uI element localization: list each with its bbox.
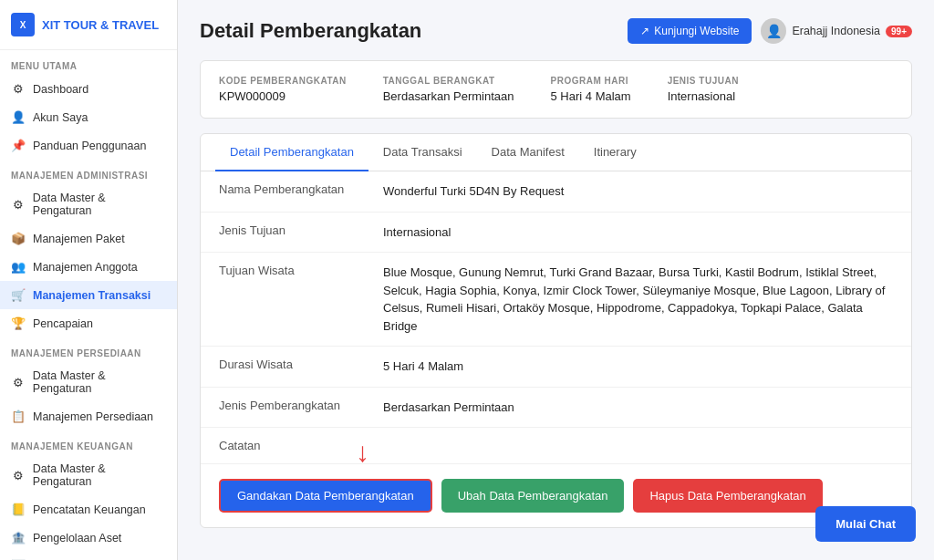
main-content: Detail Pemberangkatan ↗ Kunjungi Website… bbox=[178, 0, 934, 560]
tanggal-label: TANGGAL BERANGKAT bbox=[383, 76, 514, 86]
value-durasi-wisata: 5 Hari 4 Malam bbox=[383, 358, 893, 376]
row-catatan: Catatan bbox=[201, 428, 911, 463]
sidebar-item-pengelolaan-aset[interactable]: 🏦 Pengelolaan Aset bbox=[0, 524, 177, 552]
keuangan-icon: 📒 bbox=[11, 503, 26, 516]
jenis-label: JENIS TUJUAN bbox=[668, 76, 739, 86]
paket-icon: 📦 bbox=[11, 232, 26, 245]
sidebar-item-label: Panduan Penggunaan bbox=[33, 140, 146, 152]
value-tujuan-wisata: Blue Mosque, Gunung Nemrut, Turki Grand … bbox=[383, 264, 893, 335]
tab-data-transaksi[interactable]: Data Transaksi bbox=[368, 134, 477, 171]
sidebar-item-dashboard[interactable]: ⚙ Dashboard bbox=[0, 75, 177, 103]
menu-utama-title: MENU UTAMA bbox=[0, 50, 177, 75]
visit-button-label: Kunjungi Website bbox=[654, 25, 739, 37]
sidebar-item-label: Pengelolaan Aset bbox=[33, 532, 121, 544]
sidebar-item-manajemen-anggota[interactable]: 👥 Manajemen Anggota bbox=[0, 253, 177, 281]
tab-itinerary[interactable]: Itinerary bbox=[579, 134, 651, 171]
sidebar-item-label: Akun Saya bbox=[33, 111, 88, 124]
program-label: PROGRAM HARI bbox=[551, 76, 631, 86]
page-title: Detail Pemberangkatan bbox=[200, 19, 421, 43]
user-info: 👤 Erahajj Indonesia 99+ bbox=[761, 18, 912, 44]
chat-button[interactable]: Mulai Chat bbox=[815, 506, 916, 542]
pencapaian-icon: 🏆 bbox=[11, 316, 26, 330]
anggota-icon: 👥 bbox=[11, 260, 26, 274]
sidebar-item-akun[interactable]: 👤 Akun Saya bbox=[0, 103, 177, 131]
manajemen-keuangan-title: MANAJEMEN KEUANGAN bbox=[0, 430, 177, 455]
akun-icon: 👤 bbox=[11, 110, 26, 124]
sidebar-item-label: Pencapaian bbox=[33, 317, 93, 330]
dashboard-icon: ⚙ bbox=[11, 82, 26, 96]
panduan-icon: 📌 bbox=[11, 139, 26, 152]
value-nama-pemberangkatan: Wonderful Turki 5D4N By Request bbox=[383, 182, 893, 201]
kode-field: KODE PEMBERANGKATAN KPW000009 bbox=[219, 76, 347, 103]
jenis-field: JENIS TUJUAN Internasional bbox=[668, 76, 739, 103]
label-catatan: Catatan bbox=[219, 439, 383, 452]
app-logo: X XIT TOUR & TRAVEL bbox=[0, 0, 177, 50]
sidebar-item-data-master-persediaan[interactable]: ⚙ Data Master & Pengaturan bbox=[0, 362, 177, 402]
manajemen-persediaan-title: MANAJEMEN PERSEDIAAN bbox=[0, 337, 177, 362]
tab-data-manifest[interactable]: Data Manifest bbox=[477, 134, 579, 171]
external-link-icon: ↗ bbox=[640, 25, 649, 37]
sidebar-item-label: Manajemen Anggota bbox=[33, 261, 138, 274]
label-tujuan-wisata: Tujuan Wisata bbox=[219, 264, 383, 277]
persediaan-icon: 📋 bbox=[11, 410, 26, 423]
manajemen-admin-title: MANAJEMEN ADMINISTRASI bbox=[0, 160, 177, 184]
sidebar-item-pencatatan-keuangan[interactable]: 📒 Pencatatan Keuangan bbox=[0, 495, 177, 524]
row-durasi-wisata: Durasi Wisata 5 Hari 4 Malam bbox=[201, 347, 911, 388]
row-tujuan-wisata: Tujuan Wisata Blue Mosque, Gunung Nemrut… bbox=[201, 253, 911, 347]
label-jenis-tujuan: Jenis Tujuan bbox=[219, 223, 383, 237]
value-jenis-pemberangkatan: Berdasarkan Permintaan bbox=[383, 399, 893, 417]
sidebar-item-label: Data Master & Pengaturan bbox=[33, 462, 166, 488]
tabs: Detail Pemberangkatan Data Transaksi Dat… bbox=[201, 134, 911, 171]
data-master-icon: ⚙ bbox=[11, 198, 26, 212]
row-nama-pemberangkatan: Nama Pemberangkatan Wonderful Turki 5D4N… bbox=[201, 171, 911, 213]
app-name: XIT TOUR & TRAVEL bbox=[42, 18, 159, 32]
tanggal-value: Berdasarkan Permintaan bbox=[383, 89, 514, 103]
sidebar-item-label: Data Master & Pengaturan bbox=[33, 369, 166, 395]
sidebar-item-data-master-admin[interactable]: ⚙ Data Master & Pengaturan bbox=[0, 184, 177, 224]
visit-website-button[interactable]: ↗ Kunjungi Website bbox=[628, 18, 752, 44]
sidebar: X XIT TOUR & TRAVEL MENU UTAMA ⚙ Dashboa… bbox=[0, 0, 178, 560]
topbar: Detail Pemberangkatan ↗ Kunjungi Website… bbox=[200, 18, 912, 44]
duplicate-button[interactable]: Gandakan Data Pemberangkatan bbox=[219, 479, 432, 513]
value-jenis-tujuan: Internasional bbox=[383, 223, 893, 242]
program-value: 5 Hari 4 Malam bbox=[551, 89, 631, 103]
data-master2-icon: ⚙ bbox=[11, 376, 26, 389]
detail-card: Detail Pemberangkatan Data Transaksi Dat… bbox=[200, 133, 912, 528]
kode-value: KPW000009 bbox=[219, 89, 285, 103]
logo-icon: X bbox=[11, 13, 35, 36]
sidebar-item-label: Manajemen Paket bbox=[33, 233, 125, 245]
jenis-value: Internasional bbox=[668, 89, 735, 103]
sidebar-item-label: Manajemen Transaksi bbox=[33, 289, 150, 302]
sidebar-item-data-master-keuangan[interactable]: ⚙ Data Master & Pengaturan bbox=[0, 455, 177, 495]
row-jenis-tujuan: Jenis Tujuan Internasional bbox=[201, 213, 911, 254]
sidebar-item-label: Dashboard bbox=[33, 83, 88, 96]
aset-icon: 🏦 bbox=[11, 531, 26, 544]
sidebar-item-label: Manajemen Persediaan bbox=[33, 410, 153, 423]
sidebar-item-laporan-keuangan[interactable]: 📊 Laporan Keuangan bbox=[0, 552, 177, 560]
label-jenis-pemberangkatan: Jenis Pemberangkatan bbox=[219, 399, 383, 412]
row-jenis-pemberangkatan: Jenis Pemberangkatan Berdasarkan Permint… bbox=[201, 388, 911, 429]
label-durasi-wisata: Durasi Wisata bbox=[219, 358, 383, 371]
sidebar-item-pencapaian[interactable]: 🏆 Pencapaian bbox=[0, 309, 177, 337]
sidebar-item-manajemen-transaksi[interactable]: 🛒 Manajemen Transaksi bbox=[0, 281, 177, 309]
notification-badge: 99+ bbox=[886, 26, 912, 37]
sidebar-item-label: Data Master & Pengaturan bbox=[33, 192, 166, 217]
kode-label: KODE PEMBERANGKATAN bbox=[219, 76, 347, 86]
label-nama-pemberangkatan: Nama Pemberangkatan bbox=[219, 182, 383, 196]
edit-button[interactable]: Ubah Data Pemberangkatan bbox=[441, 479, 625, 513]
tanggal-field: TANGGAL BERANGKAT Berdasarkan Permintaan bbox=[383, 76, 514, 103]
program-field: PROGRAM HARI 5 Hari 4 Malam bbox=[551, 76, 631, 103]
sidebar-item-panduan[interactable]: 📌 Panduan Penggunaan bbox=[0, 131, 177, 160]
tab-detail-pemberangkatan[interactable]: Detail Pemberangkatan bbox=[215, 134, 368, 171]
sidebar-item-manajemen-persediaan[interactable]: 📋 Manajemen Persediaan bbox=[0, 402, 177, 430]
avatar: 👤 bbox=[761, 18, 786, 44]
transaksi-icon: 🛒 bbox=[11, 288, 26, 302]
sidebar-item-label: Pencatatan Keuangan bbox=[33, 503, 146, 516]
info-card: KODE PEMBERANGKATAN KPW000009 TANGGAL BE… bbox=[200, 60, 912, 119]
topbar-right: ↗ Kunjungi Website 👤 Erahajj Indonesia 9… bbox=[628, 18, 912, 44]
action-buttons: ↓ Gandakan Data Pemberangkatan Ubah Data… bbox=[201, 463, 911, 527]
detail-table: Nama Pemberangkatan Wonderful Turki 5D4N… bbox=[201, 171, 911, 463]
user-name: Erahajj Indonesia bbox=[792, 25, 880, 37]
sidebar-item-manajemen-paket[interactable]: 📦 Manajemen Paket bbox=[0, 224, 177, 253]
delete-button[interactable]: Hapus Data Pemberangkatan bbox=[633, 479, 822, 513]
